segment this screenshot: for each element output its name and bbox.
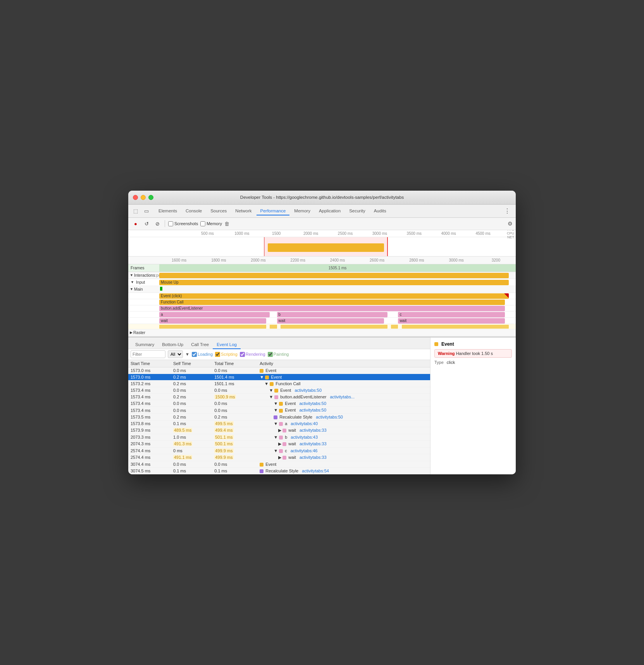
main-triangle: ▼ (130, 287, 133, 291)
screenshots-checkbox-group[interactable]: Screenshots (168, 221, 198, 226)
more-tabs-icon[interactable]: ⋮ (502, 207, 513, 215)
main-label: ▼ Main (128, 287, 159, 291)
col-total-time[interactable]: Total Time (212, 360, 257, 367)
trash-icon[interactable]: 🗑 (224, 221, 229, 227)
tab-elements[interactable]: Elements (155, 207, 181, 215)
scripting-checkbox-group[interactable]: Scripting (215, 352, 238, 357)
activity-link[interactable]: activitytabs:50 (299, 408, 326, 412)
tab-memory[interactable]: Memory (290, 207, 314, 215)
painting-checkbox[interactable] (268, 352, 273, 357)
table-row[interactable]: 1573.2 ms0.2 ms1501.1 ms ▼ Function Call (128, 381, 430, 387)
activity-link[interactable]: activitytabs:33 (300, 441, 327, 446)
table-row[interactable]: 1573.5 ms0.2 ms0.2 ms Recalculate Style … (128, 413, 430, 420)
activity-link[interactable]: activitytabs:50 (316, 415, 343, 419)
ruler-tick-5: 3000 ms (362, 231, 397, 236)
table-row[interactable]: 1573.4 ms0.2 ms1500.9 ms ▼ button.addEve… (128, 394, 430, 400)
table-row[interactable]: 1573.4 ms0.0 ms0.0 ms ▼ Event activityta… (128, 387, 430, 394)
tab-call-tree[interactable]: Call Tree (187, 341, 213, 349)
performance-toolbar: ● ↺ ⊘ Screenshots Memory 🗑 ⚙ (128, 218, 516, 230)
col-self-time[interactable]: Self Time (171, 360, 212, 367)
activity-link[interactable]: activitytabs:33 (300, 455, 327, 460)
total-time-highlight: 500.1 ms (214, 441, 233, 446)
memory-checkbox-group[interactable]: Memory (200, 221, 222, 226)
panel-tab-bar: Summary Bottom-Up Call Tree Event Log (128, 338, 430, 349)
devtools-window: Developer Tools - https://googlechrome.g… (128, 191, 516, 474)
activity-link[interactable]: activitytabs:54 (302, 469, 329, 473)
tab-bottom-up[interactable]: Bottom-Up (158, 341, 187, 349)
total-time-highlight: 1500.9 ms (214, 395, 236, 399)
clear-button[interactable]: ⊘ (153, 219, 162, 228)
activity-icon (274, 395, 278, 399)
table-row[interactable]: 2574.4 ms0 ms499.9 ms ▼ c activitytabs:4… (128, 447, 430, 454)
inspect-icon[interactable]: ⬚ (131, 207, 140, 215)
maximize-button[interactable] (148, 195, 153, 200)
reload-button[interactable]: ↺ (142, 219, 151, 228)
tab-console[interactable]: Console (182, 207, 206, 215)
log-tbody: 1573.0 ms0.0 ms0.0 ms Event 1573.0 ms0.2… (128, 367, 430, 474)
table-row[interactable]: 1573.0 ms0.2 ms1501.4 ms ▼ Event (128, 374, 430, 380)
raster-header[interactable]: ▶ Raster (128, 329, 516, 336)
overview-bar[interactable]: 500 ms 1000 ms 1500 2000 ms 2500 ms 3000… (128, 230, 516, 257)
activity-link[interactable]: activitytabs:50 (294, 388, 322, 393)
activity-name: c (285, 448, 287, 453)
minimize-button[interactable] (141, 195, 146, 200)
activity-link[interactable]: activitytabs:43 (291, 435, 318, 439)
device-icon[interactable]: ▭ (142, 207, 151, 215)
c-text: c (399, 312, 401, 317)
table-row[interactable]: 3074.5 ms0.1 ms0.1 ms Recalculate Style … (128, 468, 430, 474)
main-header[interactable]: ▼ Main (128, 286, 516, 293)
loading-checkbox-group[interactable]: Loading (192, 352, 213, 357)
activity-link[interactable]: activitytabs:40 (291, 421, 318, 426)
rendering-checkbox-group[interactable]: Rendering (240, 352, 265, 357)
table-row[interactable]: 3074.4 ms0.0 ms0.0 ms Event (128, 461, 430, 467)
tab-application[interactable]: Application (315, 207, 344, 215)
log-table-container[interactable]: Start Time Self Time Total Time Activity… (128, 360, 430, 474)
table-row[interactable]: 1573.8 ms0.1 ms499.5 ms ▼ a activitytabs… (128, 420, 430, 427)
total-time-highlight: 499.5 ms (214, 421, 233, 426)
cell-start-time: 1573.4 ms (128, 407, 171, 413)
activity-link[interactable]: activitytabs:46 (291, 448, 318, 453)
memory-checkbox[interactable] (200, 221, 205, 226)
cpu-label: CPU (500, 231, 514, 235)
filter-dropdown-icon[interactable]: ▼ (185, 352, 189, 357)
cell-start-time: 1573.4 ms (128, 400, 171, 407)
screenshots-checkbox[interactable] (168, 221, 173, 226)
tab-sources[interactable]: Sources (207, 207, 231, 215)
cell-activity: Recalculate Style activitytabs:54 (257, 468, 430, 474)
close-button[interactable] (133, 195, 138, 200)
activity-indent: ▼ a (260, 421, 288, 426)
input-text: Input (136, 280, 145, 284)
log-table: Start Time Self Time Total Time Activity… (128, 360, 430, 474)
record-button[interactable]: ● (131, 219, 140, 228)
table-row[interactable]: 1573.0 ms0.0 ms0.0 ms Event (128, 367, 430, 374)
settings-icon[interactable]: ⚙ (508, 221, 513, 227)
table-row[interactable]: 1573.4 ms0.0 ms0.0 ms ▼ Event activityta… (128, 400, 430, 407)
tab-event-log[interactable]: Event Log (213, 341, 241, 349)
tab-performance[interactable]: Performance (257, 207, 290, 215)
dt-2: 2000 ms (238, 258, 278, 262)
col-activity[interactable]: Activity (257, 360, 430, 367)
overview-content[interactable] (128, 237, 516, 257)
activity-link[interactable]: activitytabs:50 (299, 401, 326, 406)
cell-activity: ▼ b activitytabs:43 (257, 434, 430, 440)
table-row[interactable]: 1573.4 ms0.0 ms0.0 ms ▼ Event activityta… (128, 407, 430, 413)
table-row[interactable]: 2574.4 ms491.1 ms499.9 ms ▶ wait activit… (128, 454, 430, 461)
activity-link[interactable]: activitytabs... (330, 395, 355, 399)
activity-icon (279, 449, 283, 453)
activity-link[interactable]: activitytabs:33 (300, 428, 327, 432)
table-row[interactable]: 2074.3 ms491.3 ms500.1 ms ▶ wait activit… (128, 440, 430, 447)
table-row[interactable]: 2073.3 ms1.0 ms501.1 ms ▼ b activitytabs… (128, 434, 430, 440)
tab-summary[interactable]: Summary (131, 341, 158, 349)
loading-checkbox[interactable] (192, 352, 197, 357)
tab-network[interactable]: Network (231, 207, 255, 215)
painting-checkbox-group[interactable]: Painting (268, 352, 289, 357)
col-start-time[interactable]: Start Time (128, 360, 171, 367)
filter-select[interactable]: All (168, 350, 183, 358)
filter-input[interactable] (131, 350, 165, 358)
scripting-checkbox[interactable] (215, 352, 220, 357)
rendering-checkbox[interactable] (240, 352, 245, 357)
table-row[interactable]: 1573.9 ms489.5 ms499.4 ms ▶ wait activit… (128, 427, 430, 434)
tab-security[interactable]: Security (345, 207, 369, 215)
interactions-header[interactable]: ▼ Interactions :ponse (128, 272, 516, 279)
tab-audits[interactable]: Audits (370, 207, 390, 215)
